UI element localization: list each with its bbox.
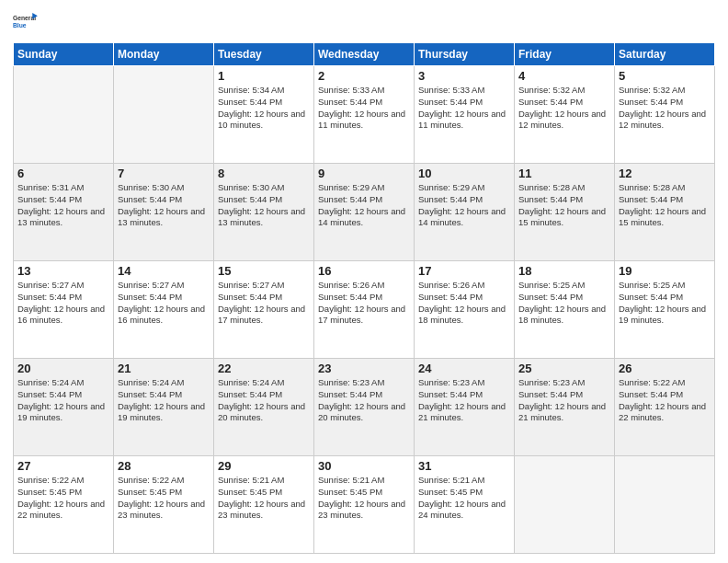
day-info: Sunrise: 5:21 AMSunset: 5:45 PMDaylight:… [318, 475, 410, 522]
calendar-cell: 16Sunrise: 5:26 AMSunset: 5:44 PMDayligh… [314, 261, 415, 359]
logo-icon: GeneralBlue [13, 9, 39, 35]
day-number: 2 [318, 69, 410, 83]
calendar-cell: 8Sunrise: 5:30 AMSunset: 5:44 PMDaylight… [214, 164, 314, 261]
page: GeneralBlue SundayMondayTuesdayWednesday… [0, 0, 728, 563]
day-info: Sunrise: 5:21 AMSunset: 5:45 PMDaylight:… [418, 475, 510, 522]
day-number: 19 [619, 264, 711, 278]
day-number: 17 [418, 264, 510, 278]
day-number: 21 [118, 362, 210, 375]
calendar-cell: 26Sunrise: 5:22 AMSunset: 5:44 PMDayligh… [615, 359, 715, 456]
day-info: Sunrise: 5:31 AMSunset: 5:44 PMDaylight:… [17, 182, 109, 229]
calendar-cell: 19Sunrise: 5:25 AMSunset: 5:44 PMDayligh… [615, 261, 715, 359]
day-info: Sunrise: 5:28 AMSunset: 5:44 PMDaylight:… [619, 182, 711, 229]
calendar-cell: 18Sunrise: 5:25 AMSunset: 5:44 PMDayligh… [515, 261, 615, 359]
calendar-cell: 17Sunrise: 5:26 AMSunset: 5:44 PMDayligh… [415, 261, 515, 359]
calendar-cell: 3Sunrise: 5:33 AMSunset: 5:44 PMDaylight… [415, 66, 515, 164]
day-number: 5 [619, 69, 711, 83]
calendar-cell: 23Sunrise: 5:23 AMSunset: 5:44 PMDayligh… [314, 359, 415, 456]
calendar-cell: 4Sunrise: 5:32 AMSunset: 5:44 PMDaylight… [515, 66, 615, 164]
logo: GeneralBlue [13, 9, 42, 35]
day-info: Sunrise: 5:25 AMSunset: 5:44 PMDaylight:… [518, 280, 610, 327]
calendar-cell: 5Sunrise: 5:32 AMSunset: 5:44 PMDaylight… [615, 66, 715, 164]
calendar-cell: 7Sunrise: 5:30 AMSunset: 5:44 PMDaylight… [114, 164, 214, 261]
day-number: 30 [318, 459, 410, 473]
calendar-cell: 25Sunrise: 5:23 AMSunset: 5:44 PMDayligh… [515, 359, 615, 456]
day-number: 3 [418, 69, 510, 83]
day-info: Sunrise: 5:34 AMSunset: 5:44 PMDaylight:… [218, 85, 310, 132]
svg-text:Blue: Blue [13, 22, 27, 29]
day-info: Sunrise: 5:27 AMSunset: 5:44 PMDaylight:… [218, 280, 310, 327]
calendar-cell: 20Sunrise: 5:24 AMSunset: 5:44 PMDayligh… [14, 359, 114, 456]
calendar-cell: 13Sunrise: 5:27 AMSunset: 5:44 PMDayligh… [14, 261, 114, 359]
day-info: Sunrise: 5:24 AMSunset: 5:44 PMDaylight:… [118, 377, 210, 424]
day-number: 23 [318, 362, 410, 375]
day-info: Sunrise: 5:30 AMSunset: 5:44 PMDaylight:… [118, 182, 210, 229]
day-info: Sunrise: 5:26 AMSunset: 5:44 PMDaylight:… [418, 280, 510, 327]
calendar-cell: 11Sunrise: 5:28 AMSunset: 5:44 PMDayligh… [515, 164, 615, 261]
day-info: Sunrise: 5:22 AMSunset: 5:45 PMDaylight:… [118, 475, 210, 522]
day-info: Sunrise: 5:27 AMSunset: 5:44 PMDaylight:… [17, 280, 109, 327]
day-number: 14 [118, 264, 210, 278]
calendar-cell: 9Sunrise: 5:29 AMSunset: 5:44 PMDaylight… [314, 164, 415, 261]
col-header-saturday: Saturday [615, 43, 715, 66]
day-number: 18 [518, 264, 610, 278]
calendar-cell: 27Sunrise: 5:22 AMSunset: 5:45 PMDayligh… [14, 456, 114, 554]
day-info: Sunrise: 5:26 AMSunset: 5:44 PMDaylight:… [318, 280, 410, 327]
calendar-cell: 2Sunrise: 5:33 AMSunset: 5:44 PMDaylight… [314, 66, 415, 164]
day-info: Sunrise: 5:23 AMSunset: 5:44 PMDaylight:… [318, 377, 410, 424]
calendar-cell: 14Sunrise: 5:27 AMSunset: 5:44 PMDayligh… [114, 261, 214, 359]
day-number: 1 [218, 69, 310, 83]
calendar-cell: 28Sunrise: 5:22 AMSunset: 5:45 PMDayligh… [114, 456, 214, 554]
calendar-cell [515, 456, 615, 554]
day-number: 26 [619, 362, 711, 375]
calendar-cell: 10Sunrise: 5:29 AMSunset: 5:44 PMDayligh… [415, 164, 515, 261]
calendar-cell [615, 456, 715, 554]
day-info: Sunrise: 5:29 AMSunset: 5:44 PMDaylight:… [418, 182, 510, 229]
day-number: 29 [218, 459, 310, 473]
day-info: Sunrise: 5:23 AMSunset: 5:44 PMDaylight:… [518, 377, 610, 424]
day-number: 20 [17, 362, 109, 375]
day-number: 22 [218, 362, 310, 375]
day-number: 7 [118, 167, 210, 180]
day-number: 11 [518, 167, 610, 180]
day-number: 31 [418, 459, 510, 473]
col-header-monday: Monday [114, 43, 214, 66]
col-header-sunday: Sunday [14, 43, 114, 66]
day-info: Sunrise: 5:22 AMSunset: 5:44 PMDaylight:… [619, 377, 711, 424]
day-number: 28 [118, 459, 210, 473]
day-number: 9 [318, 167, 410, 180]
calendar-cell: 21Sunrise: 5:24 AMSunset: 5:44 PMDayligh… [114, 359, 214, 456]
day-number: 12 [619, 167, 711, 180]
day-info: Sunrise: 5:32 AMSunset: 5:44 PMDaylight:… [518, 85, 610, 132]
calendar-cell: 24Sunrise: 5:23 AMSunset: 5:44 PMDayligh… [415, 359, 515, 456]
day-number: 24 [418, 362, 510, 375]
col-header-tuesday: Tuesday [214, 43, 314, 66]
calendar-cell [114, 66, 214, 164]
col-header-wednesday: Wednesday [314, 43, 415, 66]
calendar-cell: 31Sunrise: 5:21 AMSunset: 5:45 PMDayligh… [415, 456, 515, 554]
day-info: Sunrise: 5:32 AMSunset: 5:44 PMDaylight:… [619, 85, 711, 132]
calendar-cell: 1Sunrise: 5:34 AMSunset: 5:44 PMDaylight… [214, 66, 314, 164]
day-number: 6 [17, 167, 109, 180]
day-info: Sunrise: 5:33 AMSunset: 5:44 PMDaylight:… [318, 85, 410, 132]
calendar-cell: 15Sunrise: 5:27 AMSunset: 5:44 PMDayligh… [214, 261, 314, 359]
day-number: 4 [518, 69, 610, 83]
day-number: 10 [418, 167, 510, 180]
day-number: 25 [518, 362, 610, 375]
day-info: Sunrise: 5:25 AMSunset: 5:44 PMDaylight:… [619, 280, 711, 327]
day-info: Sunrise: 5:27 AMSunset: 5:44 PMDaylight:… [118, 280, 210, 327]
day-number: 16 [318, 264, 410, 278]
col-header-thursday: Thursday [415, 43, 515, 66]
day-number: 8 [218, 167, 310, 180]
calendar-cell: 6Sunrise: 5:31 AMSunset: 5:44 PMDaylight… [14, 164, 114, 261]
day-info: Sunrise: 5:24 AMSunset: 5:44 PMDaylight:… [218, 377, 310, 424]
calendar-cell: 12Sunrise: 5:28 AMSunset: 5:44 PMDayligh… [615, 164, 715, 261]
day-info: Sunrise: 5:30 AMSunset: 5:44 PMDaylight:… [218, 182, 310, 229]
day-info: Sunrise: 5:22 AMSunset: 5:45 PMDaylight:… [17, 475, 109, 522]
day-info: Sunrise: 5:24 AMSunset: 5:44 PMDaylight:… [17, 377, 109, 424]
day-number: 15 [218, 264, 310, 278]
day-number: 13 [17, 264, 109, 278]
calendar-cell: 30Sunrise: 5:21 AMSunset: 5:45 PMDayligh… [314, 456, 415, 554]
day-info: Sunrise: 5:28 AMSunset: 5:44 PMDaylight:… [518, 182, 610, 229]
header: GeneralBlue [13, 9, 715, 35]
